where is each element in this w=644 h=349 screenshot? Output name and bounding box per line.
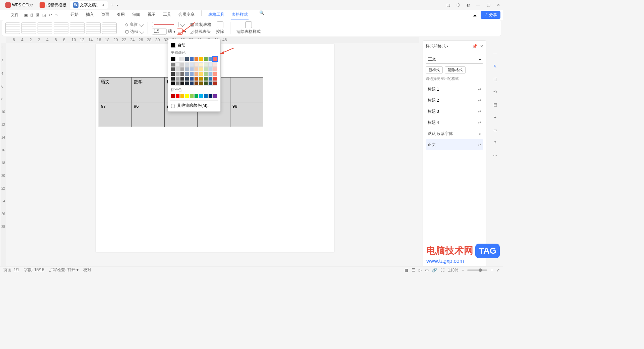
color-swatch[interactable] [199, 72, 203, 76]
color-swatch[interactable] [213, 94, 217, 98]
color-swatch[interactable] [180, 62, 184, 67]
minimize-icon[interactable]: — [476, 3, 481, 7]
color-swatch[interactable] [180, 81, 184, 86]
color-swatch[interactable] [190, 62, 194, 67]
maximize-icon[interactable]: ▢ [486, 3, 491, 7]
style-item-body[interactable]: 正文↵ [426, 139, 483, 150]
style-item[interactable]: 标题 2↵ [426, 95, 483, 106]
color-swatch[interactable] [190, 72, 194, 76]
shading-button[interactable]: ◇底纹 [125, 22, 144, 28]
cube-icon[interactable]: ⬡ [455, 3, 461, 7]
select-tool-icon[interactable]: ⬚ [492, 76, 498, 83]
color-swatch[interactable] [204, 94, 208, 98]
tab-table-style[interactable]: 表格样式 [231, 10, 249, 19]
search-icon[interactable]: 🔍 [259, 10, 264, 19]
color-swatch[interactable] [213, 67, 217, 71]
status-spell[interactable]: 拼写检查: 打开 ▾ [49, 267, 78, 273]
more-colors-row[interactable]: ◯ 其他轮廓颜色(M)... [170, 100, 218, 109]
color-swatch[interactable] [185, 57, 189, 61]
link-icon[interactable]: 🔗 [432, 268, 437, 272]
clear-format-button[interactable]: 清除格式 [445, 66, 466, 73]
draw-table-button[interactable]: ▦绘制表格 [190, 22, 211, 28]
color-swatch[interactable] [175, 67, 180, 71]
save-icon[interactable]: ▣ [24, 13, 28, 17]
close-icon[interactable]: ✕ [496, 3, 501, 7]
color-swatch[interactable] [175, 94, 180, 98]
edit-tool-icon[interactable]: ✎ [492, 63, 498, 70]
color-swatch[interactable] [175, 81, 180, 86]
line-width-input[interactable]: 1.5 [152, 29, 167, 35]
print-preview-icon[interactable]: ⎙ [31, 13, 33, 17]
color-swatch[interactable] [190, 57, 194, 61]
color-swatch[interactable] [194, 81, 199, 86]
style-preset[interactable] [70, 22, 85, 34]
style-item-default-font[interactable]: 默认 段落字体a [426, 128, 483, 139]
color-swatch[interactable] [180, 72, 184, 76]
refresh-icon[interactable]: ⟲ [492, 89, 498, 95]
tab-insert[interactable]: 插入 [85, 10, 95, 19]
style-preset[interactable] [86, 22, 101, 34]
style-item[interactable]: 标题 3↵ [426, 106, 483, 117]
color-swatch[interactable] [175, 72, 180, 76]
color-swatch[interactable] [185, 81, 189, 86]
read-mode-icon[interactable]: ▷ [419, 268, 422, 272]
color-swatch[interactable] [180, 94, 184, 98]
color-swatch[interactable] [171, 57, 175, 61]
style-preset[interactable] [54, 22, 68, 34]
color-swatch[interactable] [185, 62, 189, 67]
color-swatch[interactable] [208, 72, 213, 76]
tab-member[interactable]: 会员专享 [178, 10, 195, 19]
style-preset[interactable] [21, 22, 36, 34]
redo-icon[interactable]: ↷ [55, 13, 58, 17]
table-cell[interactable]: 98 [230, 102, 263, 127]
color-swatch[interactable] [204, 77, 208, 81]
color-swatch[interactable] [213, 77, 217, 81]
color-swatch[interactable] [208, 62, 213, 67]
color-swatch[interactable] [194, 62, 199, 67]
color-swatch[interactable] [171, 77, 175, 81]
color-swatch[interactable] [199, 81, 203, 86]
status-words[interactable]: 字数: 15/15 [24, 267, 44, 273]
add-tab-button[interactable]: + [111, 2, 114, 8]
color-swatch[interactable] [171, 72, 175, 76]
zoom-in-icon[interactable]: + [491, 268, 493, 272]
color-swatch[interactable] [199, 62, 203, 67]
color-swatch[interactable] [208, 77, 213, 81]
pin-icon[interactable]: 📌 [472, 44, 477, 49]
file-menu[interactable]: 文件 [11, 12, 19, 18]
tab-ref[interactable]: 引用 [116, 10, 125, 19]
tab-tools[interactable]: 工具 [162, 10, 172, 19]
color-swatch[interactable] [180, 77, 184, 81]
color-swatch[interactable] [199, 67, 203, 71]
status-proof[interactable]: 校对 [83, 267, 91, 273]
app-tab-wps[interactable]: WPS Office [2, 1, 36, 9]
color-swatch[interactable] [208, 57, 213, 61]
color-swatch[interactable] [185, 77, 189, 81]
color-swatch[interactable] [194, 72, 199, 76]
status-page[interactable]: 页面: 1/1 [3, 267, 19, 273]
share-button[interactable]: ↗ 分享 [481, 11, 500, 19]
help-icon[interactable]: ? [492, 140, 498, 146]
width-chevron[interactable]: ▾ [173, 29, 175, 34]
border-button[interactable]: ▢边框 [125, 29, 144, 35]
color-swatch[interactable] [190, 67, 194, 71]
close-panel-icon[interactable]: ✕ [480, 44, 483, 49]
color-swatch[interactable] [213, 62, 217, 67]
color-swatch[interactable] [175, 62, 180, 67]
app-tab-template[interactable]: 找稻壳模板 [36, 1, 70, 9]
table-cell[interactable]: 97 [99, 102, 132, 127]
book-icon[interactable]: ▭ [492, 127, 498, 134]
pen-color-button[interactable] [177, 29, 183, 35]
color-swatch[interactable] [194, 94, 199, 98]
table-cell[interactable]: 数学 [132, 78, 165, 102]
tab-start[interactable]: 开始 [70, 10, 79, 19]
auto-color-row[interactable]: 自动 [170, 41, 218, 49]
color-swatch[interactable] [199, 77, 203, 81]
color-swatch[interactable] [208, 94, 213, 98]
diag-header-button[interactable]: ◿斜线表头 [190, 29, 211, 35]
undo-icon[interactable]: ↶ [49, 13, 52, 17]
style-preset[interactable] [102, 22, 117, 34]
clear-style-button[interactable]: 清除表格样式 [234, 21, 263, 35]
style-item[interactable]: 标题 4↵ [426, 117, 483, 128]
color-swatch[interactable] [208, 67, 213, 71]
